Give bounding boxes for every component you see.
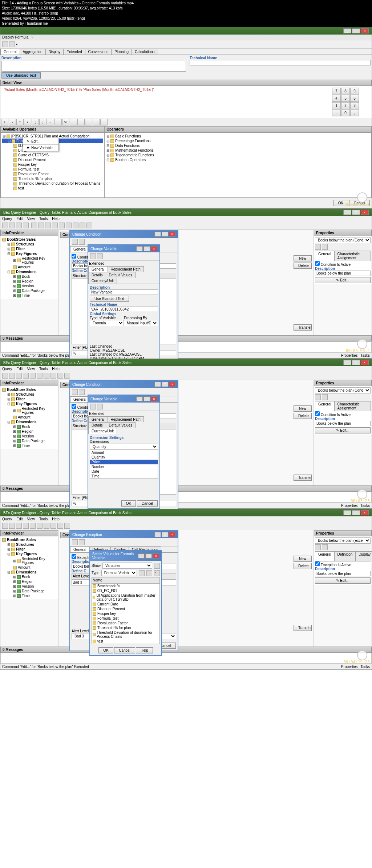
filter-icon[interactable]: [154, 563, 160, 569]
tb-icon[interactable]: [45, 223, 51, 228]
operand-6[interactable]: Revaluation Factor: [2, 172, 103, 176]
restricted-node[interactable]: ⊞Restricted Key Figures: [1, 256, 57, 265]
tb-icon[interactable]: [31, 223, 37, 228]
tb-icon[interactable]: [86, 223, 92, 228]
tab-general[interactable]: General: [0, 49, 20, 55]
menu-query[interactable]: Query: [2, 217, 12, 221]
operand-3[interactable]: Discount Percent: [2, 157, 103, 162]
status-props[interactable]: Properties: [341, 353, 358, 357]
tab-conversions[interactable]: Conversions: [85, 49, 112, 55]
var-tab-curr[interactable]: Currency/Unit: [88, 278, 117, 284]
op-pct[interactable]: %: [62, 119, 69, 125]
operator-0[interactable]: ⊞Basic Functions: [106, 134, 370, 139]
var-reval[interactable]: Revaluation Factor: [92, 621, 159, 625]
var-thresh-plan[interactable]: Threshold % for plan: [92, 625, 159, 630]
dim-version[interactable]: ⊞Version: [1, 284, 57, 288]
sv-cancel[interactable]: Cancel: [114, 647, 135, 653]
menu-tools[interactable]: Tools: [39, 217, 48, 221]
key-3[interactable]: 3: [350, 102, 359, 109]
key-comma[interactable]: ,: [350, 109, 359, 116]
var-thresh-dev[interactable]: Threshold Deviation of duration for Proc…: [92, 630, 159, 639]
props-tab-char[interactable]: Characteristic Assignment: [334, 251, 371, 261]
dim-time[interactable]: ⊞Time: [1, 293, 57, 298]
key-dot[interactable]: .: [332, 109, 341, 116]
dimensions-node[interactable]: ⊟Dimensions: [1, 269, 57, 274]
operator-2[interactable]: ⊞Data Functions: [106, 143, 370, 148]
operand-2[interactable]: Curre of 0TCTSYS: [2, 153, 103, 157]
ctx-edit[interactable]: ✎Edit...: [23, 138, 58, 144]
op-14[interactable]: [100, 119, 108, 125]
dim-opt-time[interactable]: Time: [90, 474, 158, 479]
ctx-newvar[interactable]: ✱New Variable: [23, 145, 58, 151]
amount-node[interactable]: Amount: [1, 265, 57, 269]
key-1[interactable]: 1: [332, 102, 341, 109]
var-tab-repl[interactable]: Replacement Path: [108, 266, 144, 272]
menu-view[interactable]: View: [27, 217, 35, 221]
dim-opt-number[interactable]: Number: [90, 464, 158, 469]
tb-icon[interactable]: [23, 223, 29, 228]
var-usestd[interactable]: Use Standard Text: [90, 296, 129, 302]
menu-edit[interactable]: Edit: [16, 217, 23, 221]
save-icon[interactable]: [2, 41, 8, 47]
tb-icon[interactable]: [79, 239, 85, 245]
max-icon[interactable]: □: [143, 246, 150, 251]
operator-5[interactable]: ⊞Boolean Operators: [106, 157, 370, 162]
tool-icon[interactable]: [9, 41, 15, 47]
key-5[interactable]: 5: [341, 95, 350, 102]
sv-help[interactable]: Help: [136, 647, 153, 653]
tb-icon[interactable]: [97, 253, 103, 259]
var-tab-default[interactable]: Default Values: [106, 272, 136, 278]
var-benchmark[interactable]: Benchmark %: [92, 584, 159, 588]
var-0dfcf01[interactable]: 0D_FC_F01: [92, 588, 159, 593]
min-icon[interactable]: _: [154, 232, 161, 237]
transfer-btn[interactable]: Transfer: [294, 324, 312, 331]
tab-planning[interactable]: Planning: [111, 49, 132, 55]
tb-icon[interactable]: [52, 223, 58, 228]
exc-tab-gen[interactable]: General: [70, 547, 90, 552]
op-eq[interactable]: =: [47, 119, 54, 125]
op-minus[interactable]: -: [9, 119, 16, 125]
filter-node[interactable]: ⊞Filter: [1, 247, 57, 251]
props-tab-gen[interactable]: General: [315, 251, 335, 261]
operand-8[interactable]: Threshold Deviation of duration for Proc…: [2, 181, 103, 186]
props-select-4[interactable]: Books below the plan (Exception): [315, 537, 371, 544]
use-std-btn[interactable]: Use Standard Text: [1, 72, 41, 79]
var-formtest[interactable]: Formula_test: [92, 616, 159, 621]
tab-display[interactable]: Display: [45, 49, 64, 55]
dim-datapkg[interactable]: ⊞Data Package: [1, 288, 57, 293]
tb-icon[interactable]: [322, 244, 328, 250]
dim-region[interactable]: ⊞Region: [1, 279, 57, 284]
tb-icon[interactable]: [73, 223, 78, 228]
min-btn[interactable]: _: [343, 28, 351, 33]
dim-book[interactable]: ⊞Book: [1, 274, 57, 279]
delete-btn[interactable]: Delete: [294, 263, 312, 269]
proc-by-select[interactable]: Manual Input/Default Value: [124, 320, 158, 326]
op-rpar[interactable]: ): [39, 119, 46, 125]
op-11[interactable]: [77, 119, 85, 125]
key-6[interactable]: 6: [350, 95, 359, 102]
max-btn[interactable]: □: [352, 28, 360, 33]
edit-icon[interactable]: [146, 570, 152, 576]
keyfigs-node[interactable]: ⊟Key Figures: [1, 251, 57, 256]
dim-select[interactable]: Quantity: [90, 444, 158, 450]
var-test[interactable]: test: [92, 639, 159, 644]
key-8[interactable]: 8: [341, 88, 350, 95]
type-select[interactable]: Formula Variables: [101, 570, 137, 576]
dim-opt-amount[interactable]: Amount: [90, 450, 158, 455]
desc-field[interactable]: [1, 61, 186, 72]
type-var-select[interactable]: Formula: [90, 320, 124, 326]
tab-calculations[interactable]: Calculations: [132, 49, 158, 55]
var-fiscper[interactable]: Fiscper key: [92, 611, 159, 616]
tab-aggregation[interactable]: Aggregation: [20, 49, 46, 55]
min-icon[interactable]: _: [136, 246, 143, 251]
operand-4[interactable]: Fiscper key: [2, 162, 103, 167]
close-btn[interactable]: ×: [361, 28, 369, 33]
var-tab-general[interactable]: General: [88, 266, 108, 272]
structures-node[interactable]: ⊞Structures: [1, 242, 57, 247]
close-icon[interactable]: ×: [151, 246, 157, 251]
sv-ok[interactable]: OK: [98, 647, 113, 653]
cond-tab-general[interactable]: General: [70, 246, 90, 252]
max-icon[interactable]: □: [162, 232, 168, 237]
key-9[interactable]: 9: [350, 88, 359, 95]
op-plus[interactable]: +: [1, 119, 8, 125]
